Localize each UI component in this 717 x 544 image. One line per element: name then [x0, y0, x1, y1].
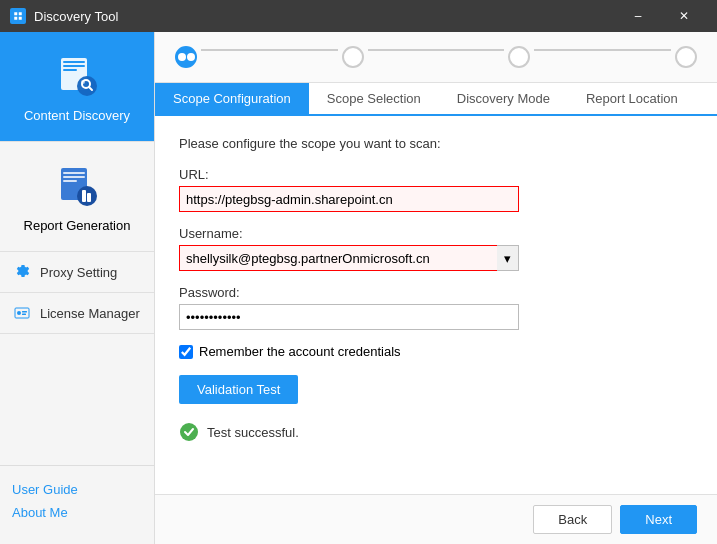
- success-icon: [179, 422, 199, 442]
- username-input-group: ▾: [179, 245, 519, 271]
- step-line-3: [534, 49, 671, 51]
- user-guide-link[interactable]: User Guide: [12, 482, 142, 497]
- url-input[interactable]: [179, 186, 519, 212]
- svg-rect-8: [63, 69, 77, 71]
- step-scope-selection: [342, 46, 364, 68]
- password-group: Password:: [179, 285, 693, 330]
- svg-rect-7: [63, 65, 85, 67]
- svg-rect-3: [14, 17, 17, 20]
- tab-bar: Scope Configuration Scope Selection Disc…: [155, 83, 717, 116]
- step-container: [175, 46, 697, 68]
- svg-point-9: [77, 76, 97, 96]
- app-title: Discovery Tool: [34, 9, 118, 24]
- test-success-text: Test successful.: [207, 425, 299, 440]
- remember-credentials-row: Remember the account credentials: [179, 344, 693, 359]
- test-success-row: Test successful.: [179, 422, 693, 442]
- footer: Back Next: [155, 494, 717, 544]
- report-generation-label: Report Generation: [24, 218, 131, 233]
- sidebar: Content Discovery Report Generation: [0, 32, 155, 544]
- username-label: Username:: [179, 226, 693, 241]
- svg-rect-2: [19, 12, 22, 15]
- tab-scope-configuration[interactable]: Scope Configuration: [155, 83, 309, 114]
- step-line-2: [368, 49, 505, 51]
- password-input[interactable]: [179, 304, 519, 330]
- title-bar: Discovery Tool – ✕: [0, 0, 717, 32]
- license-manager-label: License Manager: [40, 306, 140, 321]
- sidebar-settings: Proxy Setting License Manager: [0, 252, 154, 465]
- sidebar-item-content-discovery[interactable]: Content Discovery: [0, 32, 154, 142]
- step-circle-4: [675, 46, 697, 68]
- about-me-link[interactable]: About Me: [12, 505, 142, 520]
- content-area: Scope Configuration Scope Selection Disc…: [155, 32, 717, 544]
- svg-rect-19: [87, 193, 91, 202]
- svg-rect-23: [22, 314, 26, 316]
- svg-rect-14: [63, 172, 85, 174]
- step-circle-2: [342, 46, 364, 68]
- username-input[interactable]: [179, 245, 497, 271]
- sidebar-bottom-links: User Guide About Me: [0, 465, 154, 544]
- sidebar-item-license-manager[interactable]: License Manager: [0, 293, 154, 334]
- tab-scope-selection[interactable]: Scope Selection: [309, 83, 439, 114]
- step-report-location: [675, 46, 697, 68]
- form-area: Please configure the scope you want to s…: [155, 116, 717, 494]
- next-button[interactable]: Next: [620, 505, 697, 534]
- sidebar-item-proxy-setting[interactable]: Proxy Setting: [0, 252, 154, 293]
- svg-point-25: [180, 423, 198, 441]
- content-discovery-icon: [51, 50, 103, 102]
- form-description: Please configure the scope you want to s…: [179, 136, 693, 151]
- report-generation-icon: [51, 160, 103, 212]
- svg-rect-4: [19, 17, 22, 20]
- username-dropdown-button[interactable]: ▾: [497, 245, 519, 271]
- remember-checkbox[interactable]: [179, 345, 193, 359]
- sidebar-item-report-generation[interactable]: Report Generation: [0, 142, 154, 252]
- svg-rect-15: [63, 176, 85, 178]
- svg-rect-22: [22, 311, 27, 313]
- id-card-icon: [12, 303, 32, 323]
- username-group: Username: ▾: [179, 226, 693, 271]
- svg-rect-18: [82, 190, 86, 202]
- svg-point-24: [178, 53, 186, 61]
- password-label: Password:: [179, 285, 693, 300]
- remember-label: Remember the account credentials: [199, 344, 401, 359]
- svg-rect-6: [63, 61, 85, 63]
- minimize-button[interactable]: –: [615, 0, 661, 32]
- tab-discovery-mode[interactable]: Discovery Mode: [439, 83, 568, 114]
- wizard-steps: [155, 32, 717, 83]
- content-discovery-label: Content Discovery: [24, 108, 130, 123]
- app-icon: [10, 8, 26, 24]
- step-circle-3: [508, 46, 530, 68]
- back-button[interactable]: Back: [533, 505, 612, 534]
- svg-rect-1: [14, 12, 17, 15]
- step-line-1: [201, 49, 338, 51]
- window-controls: – ✕: [615, 0, 707, 32]
- tab-report-location[interactable]: Report Location: [568, 83, 696, 114]
- proxy-setting-label: Proxy Setting: [40, 265, 117, 280]
- svg-rect-16: [63, 180, 77, 182]
- step-discovery-mode: [508, 46, 530, 68]
- svg-point-21: [17, 311, 21, 315]
- step-scope-config: [175, 46, 197, 68]
- close-button[interactable]: ✕: [661, 0, 707, 32]
- validation-test-button[interactable]: Validation Test: [179, 375, 298, 404]
- svg-point-12: [81, 80, 85, 84]
- gear-icon: [12, 262, 32, 282]
- url-group: URL:: [179, 167, 693, 212]
- step-circle-1: [175, 46, 197, 68]
- url-label: URL:: [179, 167, 693, 182]
